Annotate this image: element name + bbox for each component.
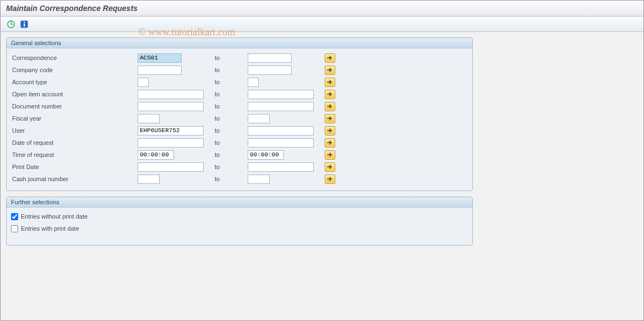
label-entries-with-print-date: Entries with print date [21, 225, 79, 232]
input-time-req-from[interactable] [138, 150, 174, 160]
checkbox-row-without-print-date: Entries without print date [11, 211, 468, 222]
range-button-open-item[interactable] [325, 90, 335, 99]
svg-rect-4 [24, 21, 25, 23]
label-date-of-request: Date of request [11, 139, 138, 146]
row-cash-journal: Cash journal number to [11, 173, 468, 185]
group-header-further: Further selections [7, 197, 472, 208]
range-button-doc-number[interactable] [325, 102, 335, 111]
row-account-type: Account type to [11, 76, 468, 88]
row-document-number: Document number to [11, 100, 468, 112]
to-label: to [209, 103, 248, 110]
to-label: to [209, 164, 248, 170]
label-time-of-request: Time of request [11, 151, 138, 158]
row-open-item-account: Open item account to [11, 88, 468, 100]
content-area: General selections Correspondence to Com… [1, 32, 643, 257]
input-company-code-to[interactable] [248, 66, 292, 75]
label-company-code: Company code [11, 67, 138, 73]
to-label: to [209, 151, 248, 158]
input-doc-number-from[interactable] [138, 102, 204, 111]
input-doc-number-to[interactable] [248, 102, 314, 111]
checkbox-entries-with-print-date[interactable] [11, 225, 18, 232]
to-label: to [209, 55, 248, 61]
label-user: User [11, 127, 138, 134]
group-header-general: General selections [7, 38, 472, 48]
input-open-item-from[interactable] [138, 90, 204, 99]
group-body-further: Entries without print date Entries with … [7, 208, 472, 245]
label-document-number: Document number [11, 103, 138, 110]
label-correspondence: Correspondence [11, 55, 138, 61]
row-fiscal-year: Fiscal year to [11, 112, 468, 124]
label-open-item-account: Open item account [11, 91, 138, 97]
range-button-fiscal-year[interactable] [325, 114, 335, 123]
row-company-code: Company code to [11, 64, 468, 76]
input-company-code-from[interactable] [138, 66, 182, 75]
range-button-cash-journal[interactable] [325, 175, 335, 184]
input-date-req-from[interactable] [138, 138, 204, 148]
input-print-date-from[interactable] [138, 162, 204, 172]
label-cash-journal: Cash journal number [11, 176, 138, 182]
range-button-print-date[interactable] [325, 162, 335, 172]
input-fiscal-year-from[interactable] [138, 114, 160, 123]
to-label: to [209, 67, 248, 73]
checkbox-row-with-print-date: Entries with print date [11, 223, 468, 234]
input-cash-journal-from[interactable] [138, 175, 160, 184]
to-label: to [209, 91, 248, 97]
row-time-of-request: Time of request to [11, 149, 468, 161]
row-user: User to [11, 124, 468, 137]
page-title: Maintain Correspondence Requests [6, 4, 638, 13]
input-correspondence-to[interactable] [248, 53, 292, 63]
group-further-selections: Further selections Entries without print… [6, 197, 473, 246]
input-cash-journal-to[interactable] [248, 175, 270, 184]
range-button-account-type[interactable] [325, 78, 335, 87]
group-general-selections: General selections Correspondence to Com… [6, 37, 473, 191]
checkbox-entries-without-print-date[interactable] [11, 213, 18, 220]
input-date-req-to[interactable] [248, 138, 314, 148]
range-button-date-req[interactable] [325, 138, 335, 148]
group-body-general: Correspondence to Company code to Acco [7, 48, 472, 191]
range-button-user[interactable] [325, 126, 335, 135]
input-correspondence-from[interactable] [138, 53, 182, 63]
label-print-date: Print Date [11, 164, 138, 170]
range-button-correspondence[interactable] [325, 53, 335, 63]
input-print-date-to[interactable] [248, 162, 314, 172]
input-account-type-to[interactable] [248, 78, 259, 87]
title-bar: Maintain Correspondence Requests [1, 1, 643, 17]
toolbar [1, 17, 643, 32]
to-label: to [209, 115, 248, 122]
range-button-company-code[interactable] [325, 66, 335, 75]
to-label: to [209, 176, 248, 182]
to-label: to [209, 127, 248, 134]
to-label: to [209, 139, 248, 146]
row-date-of-request: Date of request to [11, 137, 468, 149]
info-icon[interactable] [19, 19, 29, 29]
label-account-type: Account type [11, 79, 138, 85]
input-fiscal-year-to[interactable] [248, 114, 270, 123]
row-print-date: Print Date to [11, 161, 468, 173]
label-entries-without-print-date: Entries without print date [21, 213, 88, 220]
input-user-from[interactable] [138, 126, 204, 135]
range-button-time-req[interactable] [325, 150, 335, 160]
input-account-type-from[interactable] [138, 78, 149, 87]
label-fiscal-year: Fiscal year [11, 115, 138, 122]
execute-icon[interactable] [6, 19, 16, 29]
svg-rect-5 [24, 23, 25, 26]
to-label: to [209, 79, 248, 85]
row-correspondence: Correspondence to [11, 52, 468, 64]
input-open-item-to[interactable] [248, 90, 314, 99]
app-window: Maintain Correspondence Requests © www.t… [0, 0, 644, 321]
input-time-req-to[interactable] [248, 150, 284, 160]
input-user-to[interactable] [248, 126, 314, 135]
